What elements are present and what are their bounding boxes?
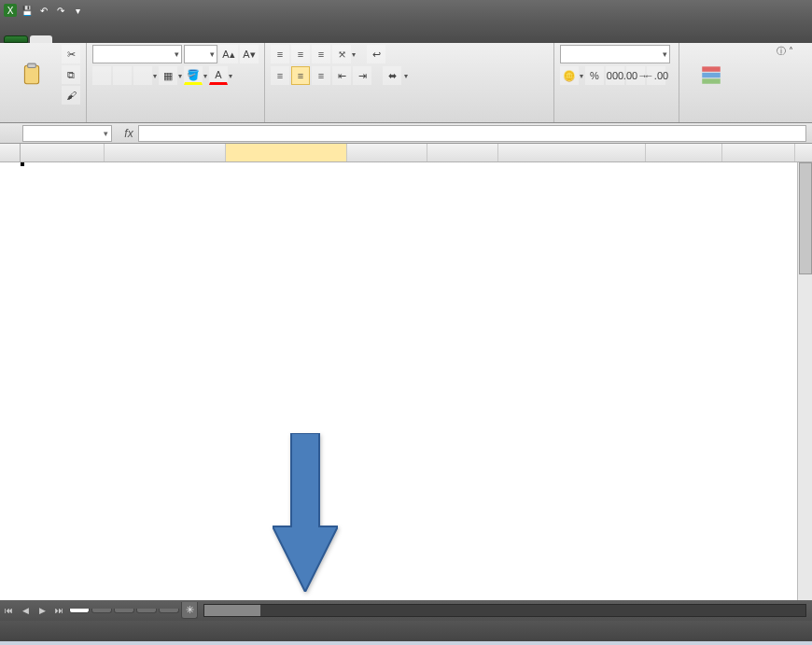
group-label-number <box>560 119 673 122</box>
col-header-D[interactable] <box>347 144 427 161</box>
group-label-font <box>92 119 259 122</box>
italic-button[interactable] <box>113 66 132 85</box>
grow-font-icon[interactable]: A▴ <box>219 45 238 63</box>
bold-button[interactable] <box>92 66 111 85</box>
sheet-tab-4[interactable] <box>159 609 179 613</box>
sheet-tab-2[interactable] <box>114 609 134 613</box>
tab-formulas[interactable] <box>97 35 119 43</box>
conditional-formatting-button[interactable] <box>685 45 737 106</box>
font-family-combo[interactable] <box>92 45 182 63</box>
excel-icon: X <box>4 4 17 17</box>
align-right-icon[interactable]: ≡ <box>312 66 330 85</box>
align-bottom-icon[interactable]: ≡ <box>312 45 330 63</box>
indent-increase-icon[interactable]: ⇥ <box>353 66 371 85</box>
ribbon-help-icon[interactable]: ⓘ ˄ <box>777 45 793 58</box>
quick-access-toolbar: X 💾 ↶ ↷ ▾ <box>0 4 84 17</box>
tab-home[interactable] <box>30 35 52 43</box>
shrink-font-icon[interactable]: A▾ <box>240 45 259 63</box>
fill-color-icon[interactable]: 🪣 <box>184 66 203 85</box>
tab-page-layout[interactable] <box>75 35 97 43</box>
sheet-tab-1[interactable] <box>91 609 112 613</box>
group-styles <box>679 43 743 122</box>
font-size-combo[interactable] <box>184 45 217 63</box>
sheet-tab-3[interactable] <box>136 609 157 613</box>
vertical-scrollbar[interactable] <box>797 162 812 600</box>
tab-data[interactable] <box>119 35 142 43</box>
group-alignment: ≡ ≡ ≡ ⤧▾ ↩ ≡ ≡ ≡ ⇤ ⇥ ⬌ ▾ <box>265 43 554 122</box>
align-left-icon[interactable]: ≡ <box>271 66 289 85</box>
worksheet-area <box>0 144 812 600</box>
redo-icon[interactable]: ↷ <box>54 4 67 17</box>
svg-rect-3 <box>702 73 721 77</box>
group-label-clipboard <box>6 119 80 122</box>
new-sheet-icon[interactable]: ✳ <box>181 602 198 619</box>
decrease-decimal-icon[interactable]: ←.00 <box>647 66 665 85</box>
col-header-E[interactable] <box>427 144 498 161</box>
col-header-H[interactable] <box>722 144 795 161</box>
formula-bar: fx <box>0 123 812 144</box>
tab-nav-last-icon[interactable]: ⏭ <box>51 603 66 618</box>
paste-button[interactable] <box>6 45 58 106</box>
svg-rect-2 <box>702 66 721 71</box>
down-arrow-shape[interactable] <box>273 433 338 596</box>
group-label-alignment <box>271 119 548 122</box>
active-cell-marker <box>21 162 24 166</box>
svg-rect-1 <box>28 63 36 67</box>
ribbon: ⓘ ˄ ✂ ⧉ 🖌 A▴ A▾ <box>0 43 812 123</box>
font-color-icon[interactable]: A <box>209 66 228 85</box>
status-bar <box>0 621 812 641</box>
align-top-icon[interactable]: ≡ <box>271 45 289 63</box>
tab-review[interactable] <box>142 35 164 43</box>
select-all-corner[interactable] <box>0 144 21 161</box>
currency-icon[interactable]: 🪙 <box>560 66 579 85</box>
wrap-text-icon[interactable]: ↩ <box>367 45 385 63</box>
col-header-B[interactable] <box>105 144 226 161</box>
increase-decimal-icon[interactable]: .00→ <box>626 66 645 85</box>
merge-center-icon[interactable]: ⬌ <box>383 66 401 85</box>
copy-icon[interactable]: ⧉ <box>62 65 80 84</box>
group-font: A▴ A▾ ▾ ▦▾ 🪣▾ A▾ <box>87 43 265 122</box>
horizontal-scrollbar[interactable] <box>203 604 806 617</box>
col-header-C[interactable] <box>226 144 347 161</box>
fx-icon[interactable]: fx <box>119 127 138 140</box>
col-header-F[interactable] <box>498 144 646 161</box>
group-label-styles <box>685 119 737 122</box>
cut-icon[interactable]: ✂ <box>62 45 80 63</box>
sheet-tab-bar: ⏮ ◀ ▶ ⏭ ✳ <box>0 600 812 621</box>
number-format-combo[interactable] <box>560 45 670 63</box>
file-tab[interactable] <box>4 35 28 43</box>
tab-nav-first-icon[interactable]: ⏮ <box>1 603 16 618</box>
group-number: 🪙▾ % 000 .00→ ←.00 <box>554 43 679 122</box>
borders-icon[interactable]: ▦ <box>159 66 177 85</box>
col-header-G[interactable] <box>646 144 722 161</box>
svg-rect-4 <box>702 78 721 83</box>
tab-nav-prev-icon[interactable]: ◀ <box>18 603 33 618</box>
ribbon-tabs <box>0 21 812 43</box>
formula-input[interactable] <box>138 125 806 142</box>
comma-icon[interactable]: 000 <box>606 66 624 85</box>
indent-decrease-icon[interactable]: ⇤ <box>332 66 351 85</box>
percent-icon[interactable]: % <box>585 66 604 85</box>
name-box[interactable] <box>22 125 112 142</box>
column-headers <box>0 144 812 162</box>
qat-more-icon[interactable]: ▾ <box>71 4 84 17</box>
title-bar: X 💾 ↶ ↷ ▾ <box>0 0 812 21</box>
group-clipboard: ✂ ⧉ 🖌 <box>0 43 87 122</box>
orientation-icon[interactable]: ⤧ <box>332 45 351 63</box>
tab-insert[interactable] <box>52 35 75 43</box>
undo-icon[interactable]: ↶ <box>37 4 50 17</box>
col-header-A[interactable] <box>21 144 105 161</box>
align-center-icon[interactable]: ≡ <box>291 66 310 85</box>
svg-rect-0 <box>24 65 38 84</box>
save-icon[interactable]: 💾 <box>21 4 34 17</box>
underline-button[interactable] <box>133 66 152 85</box>
tab-nav-next-icon[interactable]: ▶ <box>35 603 49 618</box>
format-painter-icon[interactable]: 🖌 <box>62 86 80 105</box>
sheet-tab-active[interactable] <box>69 609 90 613</box>
align-middle-icon[interactable]: ≡ <box>291 45 310 63</box>
tab-view[interactable] <box>164 35 187 43</box>
